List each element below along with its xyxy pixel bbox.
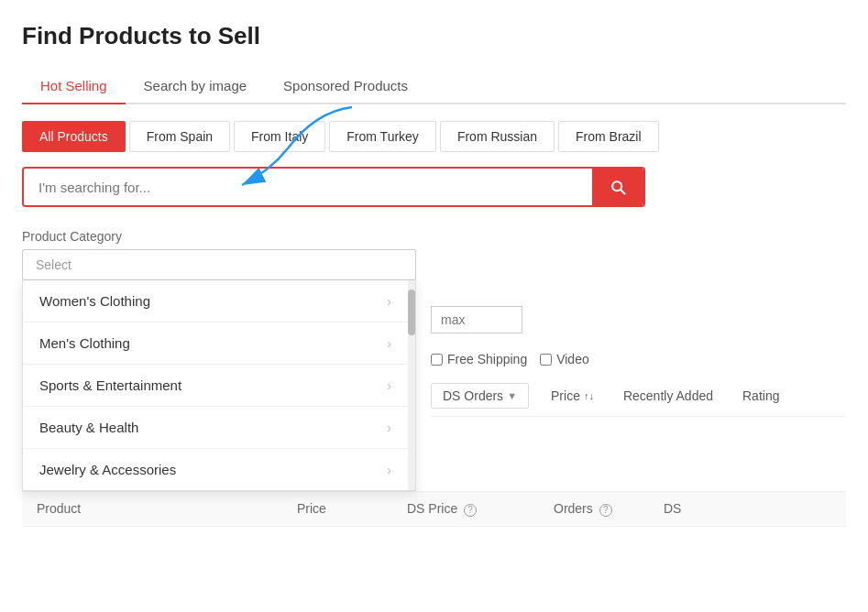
sort-price[interactable]: Price ↑↓ bbox=[536, 383, 609, 409]
video-checkbox[interactable] bbox=[540, 354, 552, 366]
orders-help-icon[interactable]: ? bbox=[599, 504, 612, 517]
filters-row: Free Shipping Video bbox=[431, 343, 846, 376]
video-filter[interactable]: Video bbox=[540, 352, 589, 366]
region-from-spain[interactable]: From Spain bbox=[129, 121, 230, 152]
search-icon bbox=[609, 178, 627, 196]
dropdown-scroll-wrapper: Women's Clothing › Men's Clothing › Spor… bbox=[23, 280, 415, 490]
region-from-russian[interactable]: From Russian bbox=[440, 121, 555, 152]
content-area: Product Category Select Women's Clothing… bbox=[22, 224, 846, 491]
tab-search-by-image[interactable]: Search by image bbox=[126, 69, 266, 103]
region-from-brazil[interactable]: From Brazil bbox=[558, 121, 659, 152]
right-column: Free Shipping Video DS Orders ▼ Price bbox=[431, 224, 846, 417]
chevron-right-icon: › bbox=[387, 378, 391, 393]
chevron-right-icon: › bbox=[387, 336, 391, 351]
ds-price-help-icon[interactable]: ? bbox=[464, 504, 477, 517]
region-filter: All Products From Spain From Italy From … bbox=[22, 121, 846, 152]
table-header: Product Price DS Price ? Orders ? DS bbox=[22, 491, 846, 527]
free-shipping-checkbox[interactable] bbox=[431, 354, 443, 366]
search-button[interactable] bbox=[592, 169, 643, 205]
region-from-turkey[interactable]: From Turkey bbox=[329, 121, 436, 152]
search-section bbox=[22, 167, 846, 207]
category-sports-entertainment[interactable]: Sports & Entertainment › bbox=[23, 365, 408, 407]
page-title: Find Products to Sell bbox=[22, 22, 846, 50]
category-beauty-health[interactable]: Beauty & Health › bbox=[23, 407, 408, 449]
dropdown-list: Women's Clothing › Men's Clothing › Spor… bbox=[23, 280, 408, 490]
tab-hot-selling[interactable]: Hot Selling bbox=[22, 69, 126, 103]
price-max-input[interactable] bbox=[431, 306, 522, 333]
th-price: Price bbox=[297, 501, 407, 517]
search-input[interactable] bbox=[24, 170, 592, 204]
sort-recently-added[interactable]: Recently Added bbox=[609, 383, 728, 409]
category-jewelry-accessories[interactable]: Jewelry & Accessories › bbox=[23, 449, 408, 490]
sort-rating[interactable]: Rating bbox=[728, 383, 794, 409]
th-ds: DS bbox=[664, 501, 737, 517]
sort-row: DS Orders ▼ Price ↑↓ Recently Added Rati… bbox=[431, 376, 846, 417]
category-dropdown: Women's Clothing › Men's Clothing › Spor… bbox=[22, 280, 416, 491]
th-ds-price: DS Price ? bbox=[407, 501, 554, 517]
price-range-row bbox=[431, 306, 846, 333]
chevron-right-icon: › bbox=[387, 421, 391, 435]
th-product: Product bbox=[22, 501, 297, 517]
tab-sponsored-products[interactable]: Sponsored Products bbox=[265, 69, 426, 103]
left-column: Product Category Select Women's Clothing… bbox=[22, 224, 416, 491]
category-select[interactable]: Select bbox=[22, 249, 416, 280]
sort-price-arrows-icon: ↑↓ bbox=[584, 390, 594, 401]
chevron-right-icon: › bbox=[387, 463, 391, 477]
category-womens-clothing[interactable]: Women's Clothing › bbox=[23, 280, 408, 322]
sort-ds-orders[interactable]: DS Orders ▼ bbox=[431, 383, 529, 409]
chevron-right-icon: › bbox=[387, 294, 391, 309]
tab-bar: Hot Selling Search by image Sponsored Pr… bbox=[22, 69, 846, 104]
scrollbar-track bbox=[408, 280, 415, 490]
main-content: All Products From Spain From Italy From … bbox=[22, 104, 846, 527]
region-all-products[interactable]: All Products bbox=[22, 121, 126, 152]
video-label: Video bbox=[556, 352, 589, 366]
search-bar bbox=[22, 167, 645, 207]
free-shipping-label: Free Shipping bbox=[447, 352, 527, 366]
category-label: Product Category bbox=[22, 229, 416, 244]
th-orders: Orders ? bbox=[554, 501, 664, 517]
free-shipping-filter[interactable]: Free Shipping bbox=[431, 352, 527, 366]
scrollbar-thumb[interactable] bbox=[408, 290, 415, 335]
region-from-italy[interactable]: From Italy bbox=[234, 121, 325, 152]
category-mens-clothing[interactable]: Men's Clothing › bbox=[23, 322, 408, 365]
sort-dropdown-arrow-icon: ▼ bbox=[507, 390, 517, 401]
